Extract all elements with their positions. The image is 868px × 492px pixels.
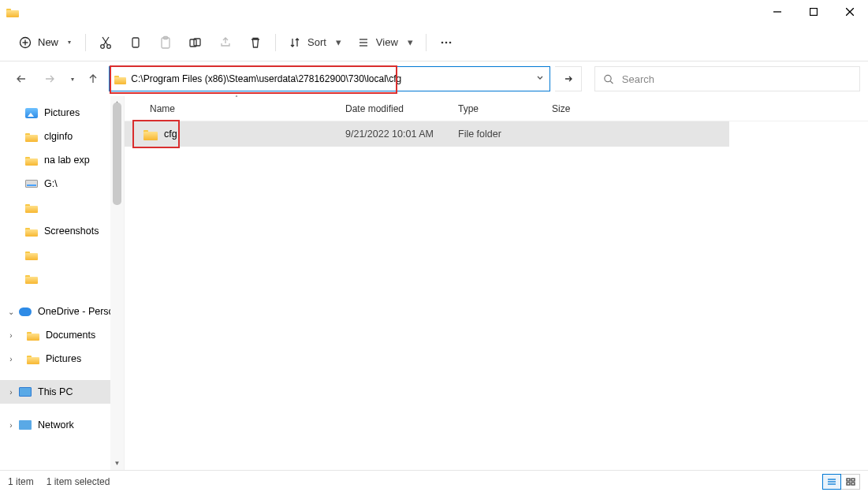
share-button[interactable]	[212, 30, 239, 55]
drive-icon	[25, 180, 38, 188]
svg-rect-28	[851, 479, 855, 481]
column-header-date[interactable]: Date modified	[339, 103, 452, 114]
paste-button[interactable]	[152, 30, 179, 55]
sidebar-item-pictures[interactable]: Pictures	[0, 101, 124, 125]
sidebar-item-label: Documents	[46, 330, 95, 341]
sidebar-item[interactable]	[0, 243, 124, 266]
search-box[interactable]	[594, 66, 860, 91]
new-button[interactable]: New ▾	[11, 30, 79, 55]
view-icon	[357, 36, 370, 49]
onedrive-icon	[19, 308, 32, 316]
sidebar-item-network[interactable]: › Network	[0, 413, 124, 437]
folder-icon	[25, 132, 38, 142]
paste-icon	[158, 35, 173, 50]
svg-point-21	[449, 41, 452, 43]
sort-button[interactable]: Sort ▾	[282, 30, 348, 55]
folder-icon	[25, 226, 38, 237]
sidebar-item-thispc[interactable]: › This PC	[0, 380, 124, 404]
chevron-right-icon[interactable]: ›	[6, 355, 16, 363]
separator	[426, 34, 427, 51]
details-view-button[interactable]	[822, 474, 841, 490]
chevron-right-icon[interactable]: ›	[6, 388, 16, 397]
address-dropdown-button[interactable]	[535, 73, 545, 85]
sidebar-item[interactable]	[0, 196, 124, 219]
cut-icon	[99, 35, 113, 50]
folder-icon	[25, 155, 38, 166]
nav-recent-button[interactable]: ▾	[65, 68, 77, 90]
address-bar[interactable]	[109, 66, 550, 91]
svg-point-7	[101, 44, 105, 48]
arrow-right-icon	[563, 73, 574, 84]
separator	[85, 34, 86, 51]
column-label: Date modified	[345, 103, 404, 114]
delete-button[interactable]	[242, 30, 269, 55]
sidebar-scrollbar[interactable]: ▲ ▼	[110, 96, 124, 470]
search-input[interactable]	[622, 73, 851, 85]
sidebar-item-documents[interactable]: › Documents	[0, 323, 124, 347]
share-icon	[218, 35, 233, 50]
folder-icon	[27, 354, 39, 364]
view-label: View	[376, 36, 398, 48]
chevron-down-icon: ▾	[336, 36, 341, 48]
sidebar-item-label: Network	[38, 419, 74, 430]
copy-button[interactable]	[122, 30, 149, 55]
thumbnails-view-button[interactable]	[841, 474, 860, 490]
column-headers: ˄ Name Date modified Type Size	[125, 96, 868, 121]
sidebar-item-label: OneDrive - Perso	[38, 306, 114, 317]
nav-up-button[interactable]	[82, 68, 104, 90]
column-header-type[interactable]: Type	[452, 103, 546, 114]
go-button[interactable]	[555, 66, 582, 91]
address-row: ▾	[0, 62, 868, 96]
trash-icon	[248, 35, 263, 50]
svg-rect-27	[847, 479, 850, 481]
chevron-right-icon[interactable]: ›	[6, 331, 16, 340]
address-input[interactable]	[131, 73, 529, 84]
sidebar-item-onedrive[interactable]: ⌄ OneDrive - Perso	[0, 300, 124, 323]
sidebar-item-screenshots[interactable]: Screenshots	[0, 219, 124, 243]
sidebar-item-nalab[interactable]: na lab exp	[0, 148, 124, 172]
view-button[interactable]: View ▾	[351, 30, 419, 55]
arrow-right-icon	[43, 73, 55, 85]
sidebar-item-od-pictures[interactable]: › Pictures	[0, 347, 124, 371]
rename-icon	[188, 35, 203, 50]
folder-icon	[114, 74, 126, 84]
more-icon	[439, 35, 453, 50]
chevron-right-icon[interactable]: ›	[6, 421, 16, 430]
scroll-down-button[interactable]: ▼	[110, 457, 124, 470]
svg-point-22	[605, 75, 611, 81]
scroll-thumb[interactable]	[113, 102, 121, 205]
status-selection: 1 item selected	[47, 476, 110, 487]
column-label: Type	[458, 103, 479, 114]
nav-back-button[interactable]	[11, 68, 33, 90]
chevron-down-icon: ▾	[68, 39, 71, 46]
sidebar-item-label: na lab exp	[44, 155, 90, 166]
more-button[interactable]	[433, 30, 460, 55]
sort-icon	[289, 36, 301, 49]
sidebar-item-label: Screenshots	[44, 226, 99, 237]
chevron-down-icon[interactable]: ⌄	[6, 308, 16, 316]
file-type: File folder	[452, 129, 546, 140]
file-row[interactable]: cfg 9/21/2022 10:01 AM File folder	[125, 121, 729, 147]
window-minimize-button[interactable]	[759, 0, 795, 24]
cut-button[interactable]	[92, 30, 119, 55]
svg-point-20	[445, 41, 448, 43]
sidebar-item-label: Pictures	[46, 353, 81, 364]
pc-icon	[19, 387, 32, 397]
window-maximize-button[interactable]	[795, 0, 832, 24]
status-bar: 1 item 1 item selected	[0, 470, 868, 492]
network-icon	[19, 420, 32, 430]
rename-button[interactable]	[182, 30, 209, 55]
column-label: Name	[150, 103, 175, 114]
window-close-button[interactable]	[832, 0, 868, 24]
column-header-size[interactable]: Size	[546, 103, 609, 114]
sidebar-item[interactable]	[0, 266, 124, 290]
nav-forward-button[interactable]	[38, 68, 60, 90]
window-icon	[6, 7, 19, 17]
plus-circle-icon	[19, 36, 32, 49]
svg-point-19	[441, 41, 444, 43]
sidebar-item-gdrive[interactable]: G:\	[0, 172, 124, 196]
sidebar-item-label: G:\	[44, 178, 58, 189]
status-item-count: 1 item	[8, 476, 34, 487]
sidebar-item-clginfo[interactable]: clginfo	[0, 125, 124, 148]
column-header-name[interactable]: Name	[143, 103, 339, 114]
